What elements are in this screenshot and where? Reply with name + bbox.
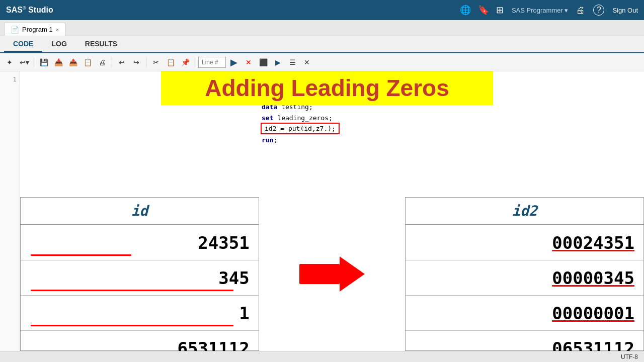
globe-icon[interactable]: 🌐: [460, 5, 471, 16]
code-line-4: run;: [262, 135, 333, 146]
tab-code[interactable]: CODE: [4, 37, 42, 52]
table-right-row-2: 00000345: [406, 260, 643, 296]
tab-label: Program 1: [22, 26, 53, 33]
toolbar-redo-button[interactable]: ↪: [130, 56, 143, 69]
toolbar-separator-4: [195, 57, 195, 68]
toolbar-separator-1: [34, 57, 34, 68]
underline-1: [31, 254, 131, 256]
tab-close-button[interactable]: ×: [56, 27, 59, 33]
code-line-2: set leading_zeros;: [262, 113, 333, 124]
toolbar-undo-button[interactable]: ↩: [115, 56, 128, 69]
toolbar-save-button[interactable]: 💾: [37, 56, 50, 69]
help-icon[interactable]: ?: [593, 5, 604, 16]
table-left: id 24351 345 1 6531112 345: [20, 197, 259, 351]
table-left-row-4: 6531112: [21, 331, 259, 351]
toolbar-copy-button[interactable]: 📋: [164, 56, 177, 69]
toolbar-run-button[interactable]: ✦: [3, 56, 16, 69]
table-right: id2 00024351 00000345 00000001 06531112 …: [405, 197, 644, 351]
editor-area: 1 data testing; set leading_zeros; run; …: [0, 71, 644, 351]
line-number-input[interactable]: [198, 57, 226, 68]
arrow-shaft: [299, 264, 340, 284]
status-bar: UTF-8: [0, 351, 644, 362]
app-logo: SAS® Studio: [6, 6, 53, 15]
toolbar-new-button[interactable]: 📋: [81, 56, 94, 69]
toolbar-print-button[interactable]: 🖨: [96, 56, 109, 69]
sub-tab-bar: CODE LOG RESULTS: [0, 36, 644, 53]
top-navbar: SAS® Studio 🌐 🔖 ⊞ SAS Programmer ▾ 🖨 ? S…: [0, 0, 644, 20]
table-left-row-3: 1: [21, 296, 259, 331]
table-left-row-2: 345: [21, 260, 259, 296]
toolbar-cancel-button[interactable]: ✕: [242, 56, 255, 69]
toolbar-separator-2: [112, 57, 112, 68]
underline-2: [31, 290, 233, 291]
toolbar-export-button[interactable]: 📤: [66, 56, 79, 69]
program-tab[interactable]: 📄 Program 1 ×: [4, 23, 65, 36]
banner: Adding Leading Zeros: [161, 71, 493, 105]
toolbar-run-selected-button[interactable]: ▶: [271, 56, 284, 69]
print-icon[interactable]: 🖨: [576, 5, 585, 16]
arrow-area: [259, 197, 406, 351]
banner-text: Adding Leading Zeros: [169, 75, 485, 101]
line-number-1: 1: [0, 75, 17, 83]
bookmark-icon[interactable]: 🔖: [478, 5, 489, 16]
toolbar-cut-button[interactable]: ✂: [149, 56, 163, 69]
toolbar-step-button[interactable]: ⬛: [257, 56, 270, 69]
table-left-row-1: 24351: [21, 225, 259, 260]
table-right-row-4: 06531112: [406, 331, 643, 351]
toolbar-save-as-button[interactable]: 📥: [52, 56, 65, 69]
code-pane[interactable]: data testing; set leading_zeros; run; id…: [20, 71, 644, 351]
line-numbers: 1: [0, 71, 20, 351]
toolbar-paste-button[interactable]: 📌: [179, 56, 192, 69]
toolbar-undo-group[interactable]: ↩▾: [18, 56, 31, 69]
highlighted-code-box: id2 = put(id,z7.);: [261, 123, 340, 134]
programmer-menu[interactable]: SAS Programmer ▾: [512, 7, 569, 14]
encoding-label: UTF-8: [621, 353, 638, 360]
toolbar: ✦ ↩▾ 💾 📥 📤 📋 🖨 ↩ ↪ ✂ 📋 📌 ▶ ✕ ⬛ ▶ ☰ ✕: [0, 53, 644, 71]
nav-icon-group: 🌐 🔖 ⊞: [460, 5, 504, 16]
toolbar-format-button[interactable]: ✕: [300, 56, 313, 69]
table-left-header: id: [21, 198, 259, 225]
table-right-header: id2: [406, 198, 643, 225]
signout-button[interactable]: Sign Out: [612, 7, 638, 14]
tab-log[interactable]: LOG: [42, 37, 75, 52]
grid-icon[interactable]: ⊞: [496, 5, 504, 16]
toolbar-submit-button[interactable]: ▶: [227, 56, 240, 69]
tab-results[interactable]: RESULTS: [76, 37, 126, 52]
underline-3: [31, 325, 233, 326]
table-right-row-3: 00000001: [406, 296, 643, 331]
toolbar-indent-button[interactable]: ☰: [286, 56, 299, 69]
demo-area: id 24351 345 1 6531112 345: [20, 197, 644, 351]
tab-bar: 📄 Program 1 ×: [0, 20, 644, 36]
toolbar-separator-3: [146, 57, 146, 68]
arrow-head: [340, 256, 365, 292]
table-right-row-1: 00024351: [406, 225, 643, 260]
